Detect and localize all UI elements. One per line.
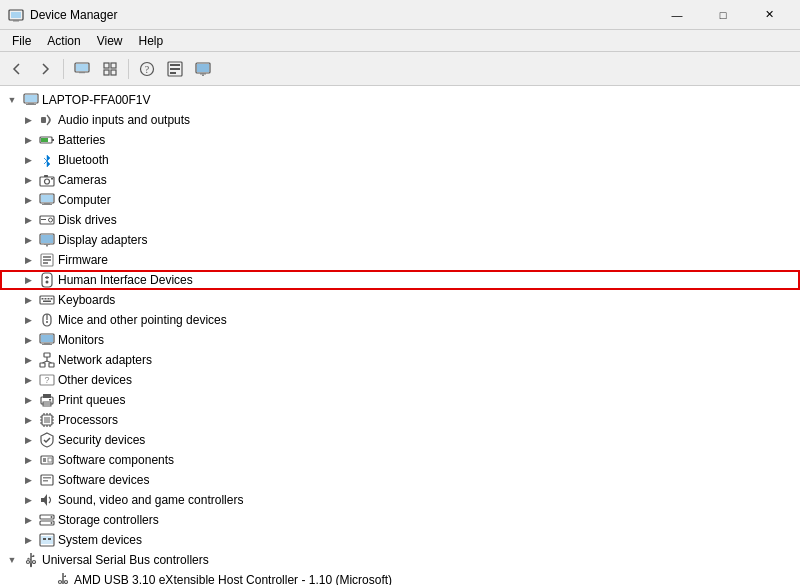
usb-expand-icon[interactable]: ▼	[4, 552, 20, 568]
properties-button[interactable]	[162, 56, 188, 82]
device-tree[interactable]: ▼ LAPTOP-FFA00F1V ▶	[0, 86, 800, 585]
monitor-button[interactable]	[190, 56, 216, 82]
svg-rect-23	[26, 104, 36, 105]
tree-item-amd-usb[interactable]: AMD USB 3.10 eXtensible Host Controller …	[0, 570, 800, 585]
tree-item-security[interactable]: ▶ Security devices	[0, 430, 800, 450]
menu-action[interactable]: Action	[39, 32, 88, 50]
menu-help[interactable]: Help	[131, 32, 172, 50]
tree-item-other[interactable]: ▶ ? Other devices	[0, 370, 800, 390]
minimize-button[interactable]: —	[654, 0, 700, 30]
svg-point-98	[51, 516, 53, 518]
back-button[interactable]	[4, 56, 30, 82]
tree-item-computer[interactable]: ▶ Computer	[0, 190, 800, 210]
svg-point-106	[65, 581, 68, 584]
tree-item-sw-components[interactable]: ▶ Software components	[0, 450, 800, 470]
storage-expand-icon[interactable]: ▶	[20, 512, 36, 528]
cameras-expand-icon[interactable]: ▶	[20, 172, 36, 188]
svg-rect-40	[41, 235, 53, 243]
computer-button[interactable]	[69, 56, 95, 82]
tree-item-display[interactable]: ▶ Display adapters	[0, 230, 800, 250]
svg-rect-30	[44, 175, 48, 177]
tree-item-usb[interactable]: ▼ Universal Serial Bus controllers	[0, 550, 800, 570]
main-content: ▼ LAPTOP-FFA00F1V ▶	[0, 86, 800, 585]
sound-expand-icon[interactable]: ▶	[20, 492, 36, 508]
tree-item-system[interactable]: ▶ System devices	[0, 530, 800, 550]
system-expand-icon[interactable]: ▶	[20, 532, 36, 548]
svg-rect-75	[49, 399, 51, 401]
computer-expand-icon[interactable]: ▶	[20, 192, 36, 208]
menu-file[interactable]: File	[4, 32, 39, 50]
svg-rect-13	[170, 64, 180, 66]
tree-item-firmware[interactable]: ▶ Firmware	[0, 250, 800, 270]
tree-item-bluetooth[interactable]: ▶ Bluetooth	[0, 150, 800, 170]
tree-item-monitors[interactable]: ▶ Monitors	[0, 330, 800, 350]
keyboards-expand-icon[interactable]: ▶	[20, 292, 36, 308]
root-expand-icon[interactable]: ▼	[4, 92, 20, 108]
network-expand-icon[interactable]: ▶	[20, 352, 36, 368]
other-expand-icon[interactable]: ▶	[20, 372, 36, 388]
tree-item-batteries[interactable]: ▶ Batteries	[0, 130, 800, 150]
bluetooth-expand-icon[interactable]: ▶	[20, 152, 36, 168]
tree-item-sound[interactable]: ▶ Sound, video and game controllers	[0, 490, 800, 510]
maximize-button[interactable]: □	[700, 0, 746, 30]
tree-item-audio[interactable]: ▶ Audio inputs and outputs	[0, 110, 800, 130]
svg-rect-63	[42, 344, 52, 345]
firmware-icon	[39, 252, 55, 268]
mice-label: Mice and other pointing devices	[58, 310, 227, 330]
svg-rect-47	[42, 273, 52, 287]
processors-expand-icon[interactable]: ▶	[20, 412, 36, 428]
help-button[interactable]: ?	[134, 56, 160, 82]
tree-item-print[interactable]: ▶ Print queues	[0, 390, 800, 410]
firmware-expand-icon[interactable]: ▶	[20, 252, 36, 268]
storage-icon	[39, 512, 55, 528]
svg-rect-45	[43, 259, 51, 261]
svg-rect-1	[11, 12, 21, 18]
app-icon	[8, 7, 24, 23]
window-title: Device Manager	[30, 8, 654, 22]
svg-rect-22	[28, 103, 34, 104]
tree-item-network[interactable]: ▶ Network adapters	[0, 350, 800, 370]
hid-expand-icon[interactable]: ▶	[20, 272, 36, 288]
processors-label: Processors	[58, 410, 118, 430]
svg-rect-17	[197, 64, 209, 72]
tree-item-disk[interactable]: ▶ Disk drives	[0, 210, 800, 230]
disk-expand-icon[interactable]: ▶	[20, 212, 36, 228]
tree-item-processors[interactable]: ▶ Proces	[0, 410, 800, 430]
monitors-label: Monitors	[58, 330, 104, 350]
svg-rect-9	[111, 70, 116, 75]
svg-rect-65	[40, 363, 45, 367]
audio-expand-icon[interactable]: ▶	[20, 112, 36, 128]
svg-rect-26	[52, 139, 54, 141]
tree-root[interactable]: ▼ LAPTOP-FFA00F1V	[0, 90, 800, 110]
svg-rect-62	[44, 343, 50, 344]
usb-label: Universal Serial Bus controllers	[42, 550, 209, 570]
tree-item-hid[interactable]: ▶ Human Interface Devices	[0, 270, 800, 290]
monitors-expand-icon[interactable]: ▶	[20, 332, 36, 348]
computer-label: Computer	[58, 190, 111, 210]
menu-view[interactable]: View	[89, 32, 131, 50]
tree-item-sw-devices[interactable]: ▶ Software devices	[0, 470, 800, 490]
print-expand-icon[interactable]: ▶	[20, 392, 36, 408]
svg-rect-61	[41, 335, 53, 342]
menu-bar: File Action View Help	[0, 30, 800, 52]
disk-label: Disk drives	[58, 210, 117, 230]
close-button[interactable]: ✕	[746, 0, 792, 30]
tree-item-storage[interactable]: ▶ Storage controllers	[0, 510, 800, 530]
sw-devices-expand-icon[interactable]: ▶	[20, 472, 36, 488]
hid-icon	[39, 272, 55, 288]
tree-item-mice[interactable]: ▶ Mice and other pointing devices	[0, 310, 800, 330]
mice-expand-icon[interactable]: ▶	[20, 312, 36, 328]
svg-rect-46	[43, 262, 48, 264]
sw-components-expand-icon[interactable]: ▶	[20, 452, 36, 468]
svg-rect-21	[25, 95, 37, 102]
svg-point-107	[59, 581, 62, 584]
display-expand-icon[interactable]: ▶	[20, 232, 36, 248]
tree-item-cameras[interactable]: ▶ Cameras	[0, 170, 800, 190]
forward-button[interactable]	[32, 56, 58, 82]
svg-point-37	[49, 218, 53, 222]
display-label: Display adapters	[58, 230, 147, 250]
security-expand-icon[interactable]: ▶	[20, 432, 36, 448]
batteries-expand-icon[interactable]: ▶	[20, 132, 36, 148]
tree-item-keyboards[interactable]: ▶ Keyboards	[0, 290, 800, 310]
collapse-button[interactable]	[97, 56, 123, 82]
